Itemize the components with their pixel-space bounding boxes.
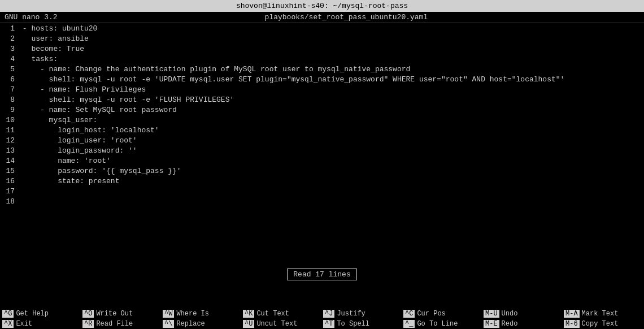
help-item-1-4[interactable]: ^TTo Spell [321,319,401,328]
editor-line: 3 become: True [0,45,644,55]
help-item-1-0[interactable]: ^XExit [0,319,80,328]
editor-line: 13 login_password: '' [0,146,644,157]
title-bar: shovon@linuxhint-s40: ~/mysql-root-pass [0,0,644,12]
line-content: shell: mysql -u root -e 'UPDATE mysql.us… [18,75,642,84]
editor-line: 2 user: ansible [0,34,644,45]
line-content: shell: mysql -u root -e 'FLUSH PRIVILEGE… [18,96,642,104]
help-key: ^K [243,310,254,318]
help-label: Write Out [96,310,133,318]
help-item-1-1[interactable]: ^RRead File [80,319,160,328]
line-content: - hosts: ubuntu20 [18,24,642,33]
editor-line: 9 - name: Set MySQL root password [0,106,644,116]
line-number: 4 [2,55,18,63]
editor-line: 18 [0,197,644,207]
line-content: name: 'root' [18,157,642,165]
status-bar: Read 17 lines [0,266,644,283]
help-key: ^G [2,310,14,318]
help-item-1-2[interactable]: ^\Replace [160,319,241,328]
help-label: Read File [96,320,133,328]
help-item-0-6[interactable]: M-UUndo [481,309,562,318]
editor-line: 10 mysql_user: [0,116,644,126]
help-item-0-2[interactable]: ^WWhere Is [160,309,241,318]
line-number: 15 [2,167,18,175]
line-content: become: True [18,45,642,53]
help-label: Exit [16,320,32,328]
help-label: Cut Text [256,310,289,318]
help-key: ^O [82,310,94,318]
line-content: - name: Change the authentication plugin… [18,65,642,73]
help-key: ^R [82,320,94,328]
help-label: Mark Text [582,310,619,318]
editor-line: 14 name: 'root' [0,157,644,167]
help-key: ^C [403,310,415,318]
help-item-0-4[interactable]: ^JJustify [321,309,401,318]
help-item-0-1[interactable]: ^OWrite Out [80,309,160,318]
help-label: Justify [337,310,365,318]
editor-line: 16 state: present [0,177,644,187]
nano-version: GNU nano 3.2 [5,13,58,21]
editor-line: 7 - name: Flush Privileges [0,85,644,96]
help-item-0-5[interactable]: ^CCur Pos [401,309,481,318]
line-number: 1 [2,24,18,33]
top-bar-right [635,13,639,21]
line-number: 12 [2,136,18,145]
help-label: Replace [176,320,204,328]
line-content: login_user: 'root' [18,136,642,145]
line-content: state: present [18,177,642,185]
line-content: user: ansible [18,34,642,43]
editor-line: 15 password: '{{ mysql_pass }}' [0,167,644,177]
help-key: M-6 [564,320,580,328]
help-item-0-7[interactable]: M-AMark Text [562,309,642,318]
line-content: - name: Flush Privileges [18,85,642,94]
editor-line: 6 shell: mysql -u root -e 'UPDATE mysql.… [0,75,644,85]
help-key: ^W [163,310,174,318]
line-number: 3 [2,45,18,53]
editor-line: 12 login_user: 'root' [0,136,644,146]
help-key: ^\ [163,320,174,328]
line-number: 5 [2,65,18,73]
help-label: Undo [502,310,518,318]
help-row-1: ^XExit^RRead File^\Replace^UUncut Text^T… [0,319,644,329]
line-number: 9 [2,106,18,114]
help-item-1-7[interactable]: M-6Copy Text [562,319,642,328]
help-key: ^X [2,320,14,328]
line-number: 8 [2,96,18,104]
line-content: - name: Set MySQL root password [18,106,642,114]
editor-line: 4 tasks: [0,55,644,65]
help-key: ^T [323,320,334,328]
help-key: M-E [484,320,499,328]
line-number: 16 [2,177,18,185]
line-number: 10 [2,116,18,124]
help-key: ^_ [403,320,415,328]
help-key: ^J [323,310,334,318]
line-content: mysql_user: [18,116,642,124]
line-number: 7 [2,85,18,94]
line-content: password: '{{ mysql_pass }}' [18,167,642,175]
help-key: M-A [564,310,580,318]
help-item-1-6[interactable]: M-ERedo [481,319,562,328]
line-number: 6 [2,75,18,84]
editor-line: 8 shell: mysql -u root -e 'FLUSH PRIVILE… [0,96,644,106]
help-item-1-5[interactable]: ^_Go To Line [401,319,481,328]
help-label: Copy Text [582,320,619,328]
line-number: 13 [2,146,18,155]
help-label: Where Is [176,310,209,318]
help-item-0-0[interactable]: ^GGet Help [0,309,80,318]
line-content: login_host: 'localhost' [18,126,642,135]
help-item-1-3[interactable]: ^UUncut Text [241,319,321,328]
line-number: 11 [2,126,18,135]
help-label: To Spell [337,320,369,328]
status-message: Read 17 lines [287,269,356,280]
editor-line: 17 [0,187,644,197]
line-number: 14 [2,157,18,165]
help-item-0-3[interactable]: ^KCut Text [241,309,321,318]
help-key: ^U [243,320,254,328]
editor-line: 1 - hosts: ubuntu20 [0,24,644,34]
help-label: Get Help [16,310,49,318]
bottom-help-bar: ^GGet Help^OWrite Out^WWhere Is^KCut Tex… [0,309,644,329]
help-key: M-U [484,310,499,318]
editor-line: 11 login_host: 'localhost' [0,126,644,136]
editor: 1 - hosts: ubuntu202 user: ansible3 beco… [0,23,644,266]
line-number: 2 [2,34,18,43]
file-name: playbooks/set_root_pass_ubuntu20.yaml [265,13,428,21]
